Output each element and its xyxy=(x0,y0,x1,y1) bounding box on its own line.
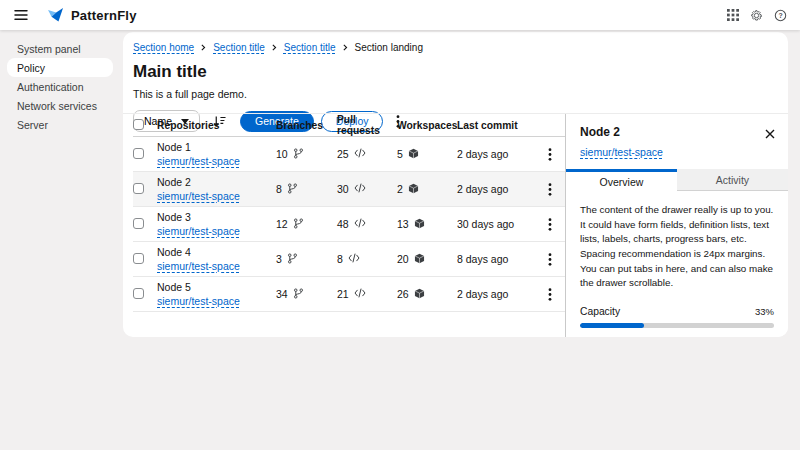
cube-icon xyxy=(408,148,419,161)
table-row-node-5: Node 5siemur/test-space34 21 26 2 days a… xyxy=(133,277,565,312)
workspaces-value: 2 xyxy=(397,183,419,196)
code-icon xyxy=(354,148,366,160)
breadcrumb-link-0[interactable]: Section home xyxy=(133,42,194,53)
workspaces-value: 13 xyxy=(397,218,425,231)
repositories-table-wrap: RepositoriesBranchesPull requestsWorkspa… xyxy=(123,114,565,337)
sidebar-item-server[interactable]: Server xyxy=(0,115,120,134)
row-checkbox-cell xyxy=(133,207,157,242)
drawer-description: The content of the drawer really is up t… xyxy=(580,203,774,291)
breadcrumb-current: Section landing xyxy=(355,42,423,53)
repo-cell: Node 2siemur/test-space xyxy=(157,172,276,207)
repo-link[interactable]: siemur/test-space xyxy=(157,190,240,202)
repo-link[interactable]: siemur/test-space xyxy=(157,225,240,237)
pull-requests-value: 8 xyxy=(337,253,360,265)
workspaces-cell: 2 xyxy=(397,172,457,207)
repo-cell: Node 5siemur/test-space xyxy=(157,277,276,312)
row-checkbox[interactable] xyxy=(133,148,144,159)
code-icon xyxy=(354,288,366,300)
branches-value: 3 xyxy=(276,253,298,266)
pull-requests-cell: 8 xyxy=(337,242,397,277)
sidebar-item-authentication[interactable]: Authentication xyxy=(0,77,120,96)
pull-requests-cell: 30 xyxy=(337,172,397,207)
column-header-actions xyxy=(535,114,565,137)
code-branch-icon xyxy=(287,183,298,196)
tab-overview[interactable]: Overview xyxy=(566,169,677,191)
branches-cell: 8 xyxy=(276,172,337,207)
cube-icon xyxy=(408,183,419,196)
brand: PatternFly xyxy=(47,7,137,24)
settings-icon[interactable] xyxy=(750,9,763,22)
repositories-table: RepositoriesBranchesPull requestsWorkspa… xyxy=(133,114,565,312)
last-commit-cell: 2 days ago xyxy=(457,137,535,172)
code-branch-icon xyxy=(287,253,298,266)
row-actions-cell xyxy=(535,172,565,207)
table-row-node-4: Node 4siemur/test-space3 8 20 8 days ago xyxy=(133,242,565,277)
column-header-repositories: Repositories xyxy=(157,114,276,137)
row-checkbox-cell xyxy=(133,242,157,277)
cube-icon xyxy=(414,218,425,231)
row-checkbox[interactable] xyxy=(133,218,144,229)
workspaces-cell: 20 xyxy=(397,242,457,277)
repo-name: Node 2 xyxy=(157,176,276,188)
row-kebab-icon[interactable] xyxy=(548,148,552,161)
table-row-node-2: Node 2siemur/test-space8 30 2 2 days ago xyxy=(133,172,565,207)
row-kebab-icon[interactable] xyxy=(548,183,552,196)
breadcrumb-link-1[interactable]: Section title xyxy=(213,42,265,53)
row-checkbox[interactable] xyxy=(133,288,144,299)
code-branch-icon xyxy=(293,218,304,231)
branches-cell: 3 xyxy=(276,242,337,277)
help-icon[interactable]: ? xyxy=(774,9,787,22)
row-actions-cell xyxy=(535,137,565,172)
main-content-card: Section homeSection titleSection titleSe… xyxy=(123,32,788,337)
select-all-checkbox[interactable] xyxy=(133,119,144,130)
code-icon xyxy=(354,218,366,230)
code-branch-icon xyxy=(293,288,304,301)
table-row-node-1: Node 1siemur/test-space10 25 5 2 days ag… xyxy=(133,137,565,172)
last-commit-cell: 8 days ago xyxy=(457,242,535,277)
column-header-workspaces: Workspaces xyxy=(397,114,457,137)
last-commit-cell: 2 days ago xyxy=(457,277,535,312)
repo-name: Node 5 xyxy=(157,281,276,293)
row-checkbox[interactable] xyxy=(133,183,144,194)
column-header-pull-requests: Pull requests xyxy=(337,114,397,137)
drawer-title: Node 2 xyxy=(580,125,774,139)
repo-link[interactable]: siemur/test-space xyxy=(157,260,240,272)
pull-requests-value: 21 xyxy=(337,288,366,300)
pull-requests-cell: 48 xyxy=(337,207,397,242)
sidebar-item-network-services[interactable]: Network services xyxy=(0,96,120,115)
row-checkbox-cell xyxy=(133,277,157,312)
app-launcher-icon[interactable] xyxy=(727,9,739,21)
row-checkbox[interactable] xyxy=(133,253,144,264)
repo-link[interactable]: siemur/test-space xyxy=(157,155,240,167)
cube-icon xyxy=(414,288,425,301)
repo-link[interactable]: siemur/test-space xyxy=(157,295,240,307)
breadcrumb: Section homeSection titleSection titleSe… xyxy=(133,42,776,53)
breadcrumb-divider-icon xyxy=(272,42,277,53)
branches-cell: 34 xyxy=(276,277,337,312)
workspaces-cell: 26 xyxy=(397,277,457,312)
pull-requests-value: 30 xyxy=(337,183,366,195)
close-icon[interactable] xyxy=(765,127,775,142)
row-kebab-icon[interactable] xyxy=(548,218,552,231)
branches-value: 34 xyxy=(276,288,304,301)
breadcrumb-link-2[interactable]: Section title xyxy=(284,42,336,53)
progress-capacity: Capacity33% xyxy=(580,306,774,328)
tab-activity[interactable]: Activity xyxy=(677,169,788,191)
drawer-repo-link[interactable]: siemur/test-space xyxy=(580,146,663,158)
row-actions-cell xyxy=(535,277,565,312)
workspaces-cell: 13 xyxy=(397,207,457,242)
branches-value: 8 xyxy=(276,183,298,196)
workspaces-value: 26 xyxy=(397,288,425,301)
repo-name: Node 1 xyxy=(157,141,276,153)
pull-requests-value: 48 xyxy=(337,218,366,230)
row-kebab-icon[interactable] xyxy=(548,288,552,301)
table-header-row: RepositoriesBranchesPull requestsWorkspa… xyxy=(133,114,565,137)
column-header-last-commit: Last commit xyxy=(457,114,535,137)
repo-name: Node 3 xyxy=(157,211,276,223)
hamburger-icon[interactable] xyxy=(14,9,28,21)
repo-cell: Node 4siemur/test-space xyxy=(157,242,276,277)
sidebar-item-policy[interactable]: Policy xyxy=(7,58,113,77)
sidebar-item-system-panel[interactable]: System panel xyxy=(0,39,120,58)
repo-name: Node 4 xyxy=(157,246,276,258)
row-kebab-icon[interactable] xyxy=(548,253,552,266)
